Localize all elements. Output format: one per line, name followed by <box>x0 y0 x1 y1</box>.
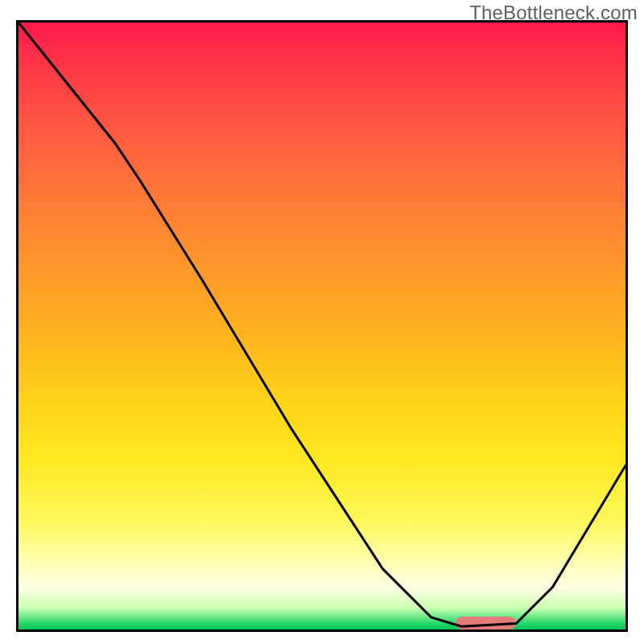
watermark-text: TheBottleneck.com <box>469 2 638 24</box>
chart-container: TheBottleneck.com <box>0 0 644 644</box>
bottleneck-curve <box>19 23 625 630</box>
plot-area <box>16 20 628 632</box>
